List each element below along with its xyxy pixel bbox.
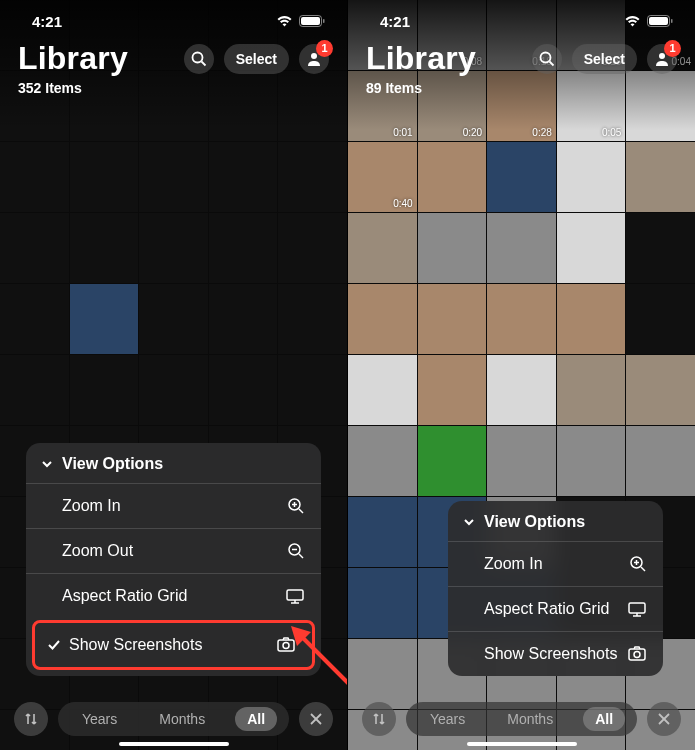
aspect-ratio-icon — [627, 601, 647, 617]
menu-item-label: Zoom In — [484, 555, 543, 573]
annotation-arrow-icon — [285, 620, 347, 690]
menu-item-zoom-in[interactable]: Zoom In — [26, 483, 321, 528]
item-count: 89 Items — [366, 80, 677, 96]
menu-item-label: Show Screenshots — [484, 645, 617, 663]
svg-rect-13 — [287, 590, 303, 600]
status-time: 4:21 — [380, 13, 410, 30]
wifi-icon — [276, 15, 293, 27]
home-indicator[interactable] — [119, 742, 229, 746]
svg-line-25 — [549, 61, 553, 65]
segment-years[interactable]: Years — [418, 707, 477, 731]
svg-rect-34 — [629, 649, 645, 660]
screenshot-icon — [627, 645, 647, 663]
menu-title: View Options — [484, 513, 585, 531]
search-icon — [539, 51, 555, 67]
chevron-down-icon — [462, 515, 476, 529]
close-icon — [657, 712, 671, 726]
menu-header[interactable]: View Options — [448, 501, 663, 541]
close-icon — [309, 712, 323, 726]
menu-item-label: Aspect Ratio Grid — [62, 587, 187, 605]
page-title: Library — [18, 40, 128, 77]
segment-years[interactable]: Years — [70, 707, 129, 731]
svg-rect-22 — [649, 17, 668, 25]
menu-item-show-screenshots[interactable]: Show Screenshots — [35, 623, 312, 667]
svg-point-5 — [311, 53, 317, 59]
svg-line-4 — [201, 61, 205, 65]
segment-all[interactable]: All — [583, 707, 625, 731]
menu-title: View Options — [62, 455, 163, 473]
sort-icon — [23, 711, 39, 727]
profile-button[interactable]: 1 — [647, 44, 677, 74]
close-button[interactable] — [299, 702, 333, 736]
svg-point-35 — [634, 652, 640, 658]
magnify-plus-icon — [287, 497, 305, 515]
bottom-toolbar: Years Months All — [0, 702, 347, 736]
item-count: 352 Items — [18, 80, 329, 96]
status-bar: 4:21 — [0, 0, 347, 42]
svg-rect-2 — [323, 19, 325, 23]
home-indicator[interactable] — [467, 742, 577, 746]
menu-item-show-screenshots[interactable]: Show Screenshots — [448, 631, 663, 676]
menu-item-aspect-ratio[interactable]: Aspect Ratio Grid — [26, 573, 321, 618]
view-options-menu: View Options Zoom In Aspect Ratio Grid S… — [448, 501, 663, 676]
svg-rect-31 — [629, 603, 645, 613]
video-duration: 0:40 — [393, 198, 412, 209]
status-time: 4:21 — [32, 13, 62, 30]
right-phone-screenshot: 0:080:180:180:04 0:010:200:280:05 0:40 4… — [348, 0, 695, 750]
profile-badge: 1 — [316, 40, 333, 57]
profile-button[interactable]: 1 — [299, 44, 329, 74]
sort-icon — [371, 711, 387, 727]
checkmark-icon — [47, 638, 61, 652]
select-label: Select — [236, 51, 277, 67]
status-bar: 4:21 — [348, 0, 695, 42]
profile-badge: 1 — [664, 40, 681, 57]
magnify-plus-icon — [629, 555, 647, 573]
svg-rect-23 — [671, 19, 673, 23]
header: Library Select 1 352 Items — [0, 40, 347, 96]
time-segment-control[interactable]: Years Months All — [58, 702, 289, 736]
search-icon — [191, 51, 207, 67]
svg-rect-1 — [301, 17, 320, 25]
select-label: Select — [584, 51, 625, 67]
select-button[interactable]: Select — [572, 44, 637, 74]
search-button[interactable] — [184, 44, 214, 74]
svg-line-7 — [299, 509, 303, 513]
battery-icon — [299, 15, 325, 27]
svg-point-26 — [659, 53, 665, 59]
svg-line-11 — [299, 554, 303, 558]
menu-item-label: Zoom Out — [62, 542, 133, 560]
menu-item-label: Zoom In — [62, 497, 121, 515]
segment-months[interactable]: Months — [495, 707, 565, 731]
time-segment-control[interactable]: Years Months All — [406, 702, 637, 736]
battery-icon — [647, 15, 673, 27]
menu-header[interactable]: View Options — [26, 443, 321, 483]
segment-all[interactable]: All — [235, 707, 277, 731]
sort-button[interactable] — [362, 702, 396, 736]
menu-item-zoom-in[interactable]: Zoom In — [448, 541, 663, 586]
svg-point-24 — [540, 52, 550, 62]
view-options-menu: View Options Zoom In Zoom Out Aspect Rat… — [26, 443, 321, 676]
menu-item-aspect-ratio[interactable]: Aspect Ratio Grid — [448, 586, 663, 631]
bottom-toolbar: Years Months All — [348, 702, 695, 736]
wifi-icon — [624, 15, 641, 27]
magnify-minus-icon — [287, 542, 305, 560]
segment-months[interactable]: Months — [147, 707, 217, 731]
left-phone-screenshot: 4:21 Library Select 1 — [0, 0, 347, 750]
menu-item-label: Show Screenshots — [69, 636, 202, 654]
close-button[interactable] — [647, 702, 681, 736]
chevron-down-icon — [40, 457, 54, 471]
select-button[interactable]: Select — [224, 44, 289, 74]
sort-button[interactable] — [14, 702, 48, 736]
svg-line-28 — [641, 567, 645, 571]
menu-item-label: Aspect Ratio Grid — [484, 600, 609, 618]
header: Library Select 1 89 Items — [348, 40, 695, 96]
search-button[interactable] — [532, 44, 562, 74]
highlighted-option: Show Screenshots — [32, 620, 315, 670]
svg-point-3 — [192, 52, 202, 62]
aspect-ratio-icon — [285, 588, 305, 604]
page-title: Library — [366, 40, 476, 77]
menu-item-zoom-out[interactable]: Zoom Out — [26, 528, 321, 573]
